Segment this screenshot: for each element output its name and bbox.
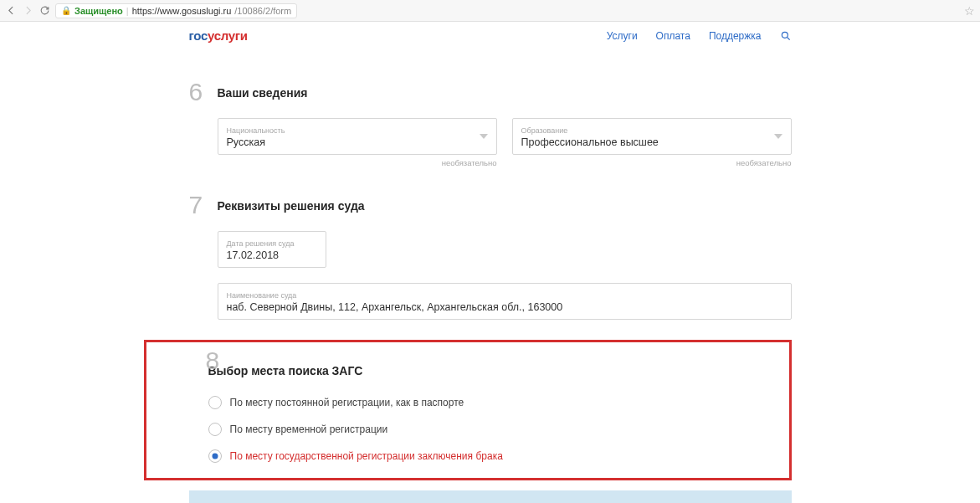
logo[interactable]: госуслуги — [189, 28, 248, 43]
radio-temporary-label: По месту временной регистрации — [230, 423, 388, 435]
education-select[interactable]: Образование Профессиональное высшее — [512, 118, 792, 155]
radio-marriage-label: По месту государственной регистрации зак… — [230, 450, 503, 462]
section-7-number: 7 — [189, 191, 203, 219]
back-icon[interactable] — [5, 5, 17, 17]
secure-label: Защищено — [74, 6, 123, 16]
chevron-down-icon — [774, 134, 782, 139]
section-7: 7 Реквизиты решения суда Дата решения су… — [189, 196, 792, 320]
address-panel: Укажите адрес полностью обл ████████ ███… — [189, 490, 792, 503]
section-8-number: 8 — [206, 346, 220, 375]
court-name-field[interactable]: Наименование суда наб. Северной Двины, 1… — [218, 283, 792, 320]
radio-marriage-registration[interactable]: По месту государственной регистрации зак… — [208, 449, 772, 463]
education-hint: необязательно — [512, 158, 792, 167]
url-path: /10086/2/form — [234, 6, 291, 16]
court-date-value: 17.02.2018 — [227, 249, 317, 261]
address-bar[interactable]: 🔒 Защищено | https://www.gosuslugi.ru/10… — [55, 3, 297, 18]
nav-services[interactable]: Услуги — [607, 30, 638, 42]
radio-temporary-registration[interactable]: По месту временной регистрации — [208, 423, 772, 436]
court-date-label: Дата решения суда — [227, 240, 317, 248]
reload-icon[interactable] — [38, 5, 50, 17]
section-8-highlight: 8 Выбор места поиска ЗАГС По месту посто… — [144, 340, 792, 480]
svg-line-1 — [787, 37, 789, 39]
nationality-label: Национальность — [227, 127, 488, 135]
section-8-title: Выбор места поиска ЗАГС — [208, 354, 772, 377]
court-date-field[interactable]: Дата решения суда 17.02.2018 — [218, 231, 326, 268]
nationality-hint: необязательно — [218, 158, 497, 167]
browser-chrome: 🔒 Защищено | https://www.gosuslugi.ru/10… — [0, 0, 980, 22]
nationality-select[interactable]: Национальность Русская — [218, 118, 497, 155]
education-label: Образование — [521, 127, 782, 135]
section-6: 6 Ваши сведения Национальность Русская н… — [189, 83, 792, 167]
court-name-value: наб. Северной Двины, 112, Архангельск, А… — [227, 301, 782, 313]
radio-icon — [208, 449, 222, 463]
radio-icon — [208, 396, 222, 409]
bookmark-icon[interactable]: ☆ — [964, 4, 975, 18]
nav-payment[interactable]: Оплата — [656, 30, 690, 42]
search-icon[interactable] — [780, 30, 792, 42]
section-8: 8 Выбор места поиска ЗАГС По месту посто… — [189, 340, 792, 503]
court-name-label: Наименование суда — [227, 292, 782, 300]
nationality-value: Русская — [227, 136, 488, 148]
radio-permanent-label: По месту постоянной регистрации, как в п… — [230, 397, 464, 408]
radio-icon — [208, 423, 222, 436]
url-host: https://www.gosuslugi.ru — [132, 6, 232, 16]
lock-icon: 🔒 — [61, 6, 71, 15]
section-6-title: Ваши сведения — [218, 83, 792, 100]
nav-support[interactable]: Поддержка — [709, 30, 762, 42]
forward-icon[interactable] — [22, 5, 33, 17]
section-6-number: 6 — [189, 78, 203, 106]
section-7-title: Реквизиты решения суда — [218, 196, 792, 213]
radio-permanent-registration[interactable]: По месту постоянной регистрации, как в п… — [208, 396, 772, 409]
top-nav: госуслуги Услуги Оплата Поддержка — [189, 22, 792, 54]
svg-point-0 — [782, 32, 788, 38]
chevron-down-icon — [480, 134, 488, 139]
education-value: Профессиональное высшее — [521, 136, 782, 148]
